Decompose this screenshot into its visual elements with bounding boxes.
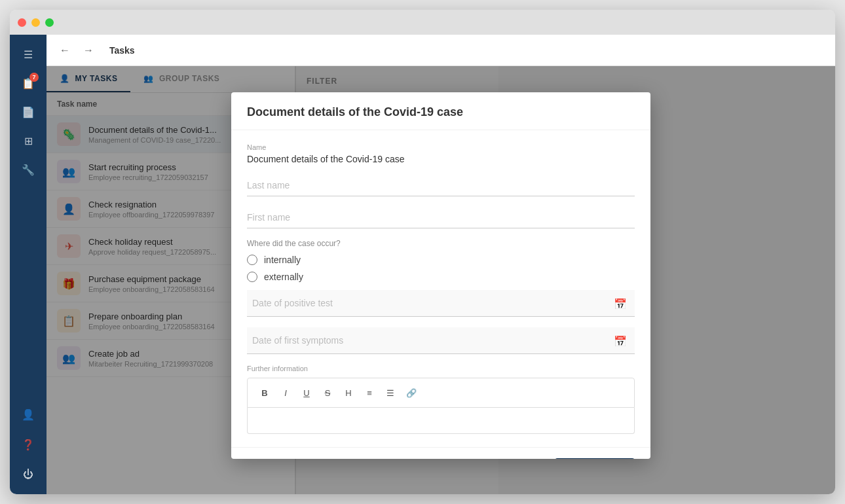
documents-icon: 📄	[22, 106, 35, 118]
close-button[interactable]	[18, 18, 26, 27]
date-symptoms-field: 📅	[247, 327, 635, 354]
strikethrough-button[interactable]: S	[318, 384, 337, 402]
modal-footer: CANCEL COMPLETE	[231, 447, 650, 459]
name-field: Name Document details of the Covid-19 ca…	[247, 143, 635, 164]
sidebar-item-user[interactable]: 👤	[15, 401, 41, 427]
modal-body: Name Document details of the Covid-19 ca…	[231, 130, 650, 447]
ordered-list-button[interactable]: ☰	[381, 384, 400, 402]
main-area: 👤 MY TASKS 👥 GROUP TASKS Task name 🦠	[47, 66, 835, 494]
help-icon: ❓	[22, 439, 35, 451]
maximize-button[interactable]	[45, 18, 54, 27]
sidebar: ☰ 📋 7 📄 ⊞ 🔧 👤 ❓	[10, 35, 47, 494]
sidebar-item-power[interactable]: ⏻	[15, 461, 41, 488]
editor-toolbar: B I U S H ≡ ☰ 🔗	[247, 378, 635, 408]
name-value: Document details of the Covid-19 case	[247, 154, 635, 164]
power-icon: ⏻	[23, 469, 33, 480]
location-label: Where did the case occur?	[247, 239, 635, 248]
sidebar-item-menu[interactable]: ☰	[15, 41, 41, 67]
location-radio-group: Where did the case occur? internally ext…	[247, 239, 635, 282]
sidebar-item-documents[interactable]: 📄	[15, 99, 41, 125]
menu-icon: ☰	[24, 48, 33, 61]
further-info-section: Further information B I U S H ≡ ☰ 🔗	[247, 365, 635, 434]
modal-overlay[interactable]: Document details of the Covid-19 case Na…	[47, 66, 835, 494]
radio-internally-input[interactable]	[247, 255, 257, 265]
radio-externally: externally	[247, 272, 635, 282]
user-icon: 👤	[22, 408, 35, 421]
tasks-badge: 7	[29, 73, 39, 82]
firstname-field	[247, 207, 635, 228]
calendar-icon-2: 📅	[614, 334, 627, 347]
modal-dialog: Document details of the Covid-19 case Na…	[231, 92, 650, 459]
app-window: ☰ 📋 7 📄 ⊞ 🔧 👤 ❓	[10, 10, 835, 494]
modal-title: Document details of the Covid-19 case	[247, 105, 463, 118]
lastname-field	[247, 175, 635, 196]
sidebar-item-tasks[interactable]: 📋 7	[15, 70, 41, 96]
calendar-icon: 📅	[614, 297, 627, 310]
grid-icon: ⊞	[24, 135, 33, 147]
complete-button[interactable]: COMPLETE	[555, 458, 635, 459]
content-wrapper: ← → Tasks 👤 MY TASKS 👥 GROUP TASKS	[47, 35, 835, 494]
further-info-label: Further information	[247, 365, 635, 372]
lastname-input[interactable]	[247, 175, 635, 196]
italic-button[interactable]: I	[276, 384, 295, 402]
page-title: Tasks	[109, 45, 135, 56]
modal-header: Document details of the Covid-19 case	[231, 92, 650, 130]
sidebar-item-grid[interactable]: ⊞	[15, 128, 41, 154]
radio-internally-label: internally	[264, 255, 301, 265]
radio-externally-label: externally	[264, 272, 303, 282]
underline-button[interactable]: U	[297, 384, 316, 402]
titlebar	[10, 10, 835, 35]
radio-externally-input[interactable]	[247, 272, 257, 282]
editor-area[interactable]	[247, 408, 635, 434]
radio-internally: internally	[247, 255, 635, 265]
link-button[interactable]: 🔗	[402, 384, 421, 402]
name-label: Name	[247, 143, 635, 151]
back-button[interactable]: ←	[57, 42, 73, 59]
date-positive-field: 📅	[247, 290, 635, 317]
date-symptoms-input[interactable]	[247, 327, 635, 354]
bold-button[interactable]: B	[255, 384, 274, 402]
tools-icon: 🔧	[22, 164, 35, 176]
cancel-button[interactable]: CANCEL	[486, 458, 547, 459]
firstname-input[interactable]	[247, 207, 635, 228]
minimize-button[interactable]	[31, 18, 40, 27]
unordered-list-button[interactable]: ≡	[360, 384, 379, 402]
date-positive-input[interactable]	[247, 290, 635, 317]
sidebar-item-tools[interactable]: 🔧	[15, 156, 41, 183]
topnav: ← → Tasks	[47, 35, 835, 66]
forward-button[interactable]: →	[81, 42, 96, 59]
sidebar-item-help[interactable]: ❓	[15, 431, 41, 458]
highlight-button[interactable]: H	[339, 384, 358, 402]
